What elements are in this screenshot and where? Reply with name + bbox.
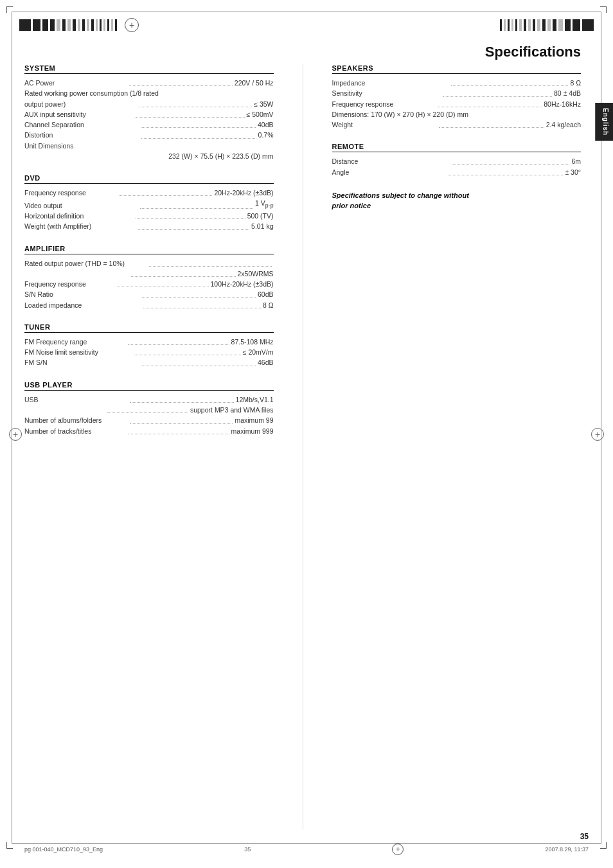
page-number: 35 (580, 832, 589, 841)
rbar-light-3 (519, 19, 522, 31)
spec-full-rated: Rated working power consumption (1/8 rat… (24, 88, 274, 98)
spec-label: Loaded impedance (24, 300, 141, 310)
spec-row-loaded-imp: Loaded impedance 8 Ω (24, 300, 274, 310)
spec-row-fm-freq: FM Frequency range 87.5-108 MHz (24, 337, 274, 347)
notice-line2: prior notice (332, 200, 582, 211)
spec-label (24, 405, 105, 415)
spec-value: 12Mb/s,V1.1 (236, 394, 274, 405)
rbar-dark-1 (500, 19, 502, 31)
spec-row-usb: USB 12Mb/s,V1.1 (24, 394, 274, 405)
bar-light-4 (87, 19, 89, 31)
usb-section: USB PLAYER USB 12Mb/s,V1.1 support MP3 a… (24, 381, 274, 436)
spec-value: 46dB (258, 357, 274, 368)
spec-value: maximum 99 (235, 415, 273, 425)
spec-label: USB (24, 394, 128, 405)
spec-value: 100Hz-20kHz (±3dB) (211, 279, 274, 289)
dvd-title: DVD (24, 174, 274, 184)
spec-label: Frequency response (24, 188, 118, 198)
bar-dark-6 (73, 19, 76, 31)
spec-value: ± 30° (565, 167, 581, 177)
bar-dark-7 (82, 19, 85, 31)
speakers-spec-table: Impedance 8 Ω Sensitivity 80 ± 4dB Frequ… (332, 78, 582, 130)
rbar-dark-2 (508, 19, 510, 31)
spec-row-albums: Number of albums/folders maximum 99 (24, 415, 274, 425)
spec-row-video-output: Video output 1 Vp-p (24, 198, 274, 211)
spec-label: FM S/N (24, 357, 139, 368)
spec-label: Angle (332, 167, 447, 177)
rbar-dark-4 (524, 19, 526, 31)
left-crosshair: + (9, 428, 22, 441)
spec-dots (130, 394, 233, 403)
bar-dark-2 (33, 19, 40, 31)
spec-label: Distance (332, 156, 450, 166)
spec-label: FM Noise limit sensitivity (24, 347, 132, 357)
bar-dark-10 (107, 19, 109, 31)
spec-value: 8 Ω (263, 300, 274, 310)
spec-dots (141, 357, 255, 366)
spec-row-output-power: output power) ≤ 35W (24, 99, 274, 109)
spec-label: output power) (24, 99, 138, 109)
footer-page-number: 35 (244, 846, 251, 853)
spec-dots (136, 109, 245, 118)
spec-label: Distortion (24, 130, 139, 140)
spec-label: Frequency response (24, 279, 116, 289)
rbar-dark-9 (573, 19, 580, 31)
spec-label: Impedance (332, 78, 449, 88)
usb-title: USB PLAYER (24, 381, 274, 391)
spec-label: Channel Separation (24, 120, 139, 130)
spec-label: Number of albums/folders (24, 415, 128, 425)
spec-label (24, 269, 129, 279)
spec-value: 20Hz-20kHz (±3dB) (214, 188, 273, 198)
spec-dots (140, 198, 254, 209)
remote-section: REMOTE Distance 6m Angle ± 30° (332, 143, 582, 177)
english-tab: English (595, 103, 613, 141)
rbar-light-1 (504, 19, 506, 31)
spec-value: 87.5-108 MHz (231, 337, 274, 347)
right-crosshair: + (591, 428, 604, 441)
spec-row-sn-ratio: S/N Ratio 60dB (24, 289, 274, 299)
content-area: SYSTEM AC Power 220V / 50 Hz Rated worki… (24, 64, 581, 829)
spec-value: support MP3 and WMA files (190, 405, 274, 415)
column-divider (303, 64, 303, 829)
bar-dark-3 (42, 19, 48, 31)
spec-dots (149, 258, 272, 267)
spec-dots (439, 120, 544, 128)
remote-spec-table: Distance 6m Angle ± 30° (332, 156, 582, 177)
spec-value: 0.7% (258, 130, 274, 140)
left-column: SYSTEM AC Power 220V / 50 Hz Rated worki… (24, 64, 280, 829)
spec-label: Frequency response (332, 99, 436, 109)
bar-light-5 (96, 19, 98, 31)
spec-label: Weight (with Amplifier) (24, 221, 136, 231)
spec-dots (452, 156, 569, 164)
spec-row-channel: Channel Separation 40dB (24, 120, 274, 130)
spec-value: 1 Vp-p (255, 198, 273, 211)
spec-value: 2.4 kg/each (546, 120, 581, 130)
notice-line1: Specifications subject to change without (332, 190, 582, 201)
spec-row-wrms: 2x50WRMS (24, 269, 274, 279)
footer-date: 2007.8.29, 11:37 (545, 846, 589, 853)
header-crosshair (125, 18, 139, 32)
spec-value: 80 ± 4dB (554, 88, 581, 98)
spec-row-impedance: Impedance 8 Ω (332, 78, 582, 88)
rbar-dark-3 (515, 19, 517, 31)
spec-value: maximum 999 (231, 426, 274, 436)
dvd-spec-table: Frequency response 20Hz-20kHz (±3dB) Vid… (24, 188, 274, 231)
spec-dots (96, 151, 166, 159)
amplifier-title: AMPLIFIER (24, 245, 274, 254)
bar-dark-4 (50, 19, 55, 31)
spec-value: 5.01 kg (251, 221, 273, 231)
spec-dots (438, 99, 542, 107)
spec-value: ≤ 20mV/m (243, 347, 274, 357)
notice-text: Specifications subject to change without… (332, 190, 582, 211)
rbar-dark-5 (533, 19, 535, 31)
spec-dots (138, 221, 250, 229)
spec-row-dimensions: 232 (W) × 75.5 (H) × 223.5 (D) mm (24, 151, 274, 161)
spec-row-horizontal: Horizontal definition 500 (TV) (24, 211, 274, 221)
spec-full-unit-dim: Unit Dimensions (24, 141, 274, 151)
spec-value: 220V / 50 Hz (235, 78, 274, 88)
rbar-dark-7 (553, 19, 556, 31)
spec-label: Number of tracks/titles (24, 426, 126, 436)
system-title: SYSTEM (24, 64, 274, 74)
spec-row-weight-amp: Weight (with Amplifier) 5.01 kg (24, 221, 274, 231)
spec-dots (141, 289, 255, 297)
